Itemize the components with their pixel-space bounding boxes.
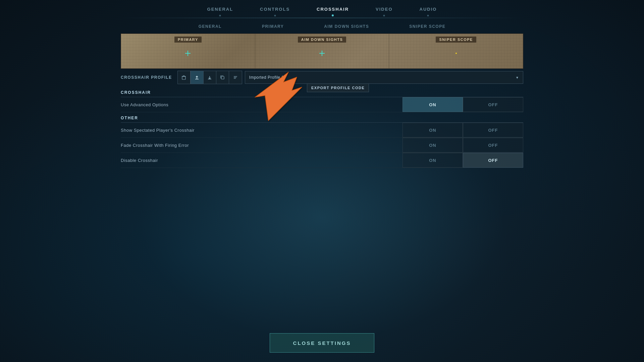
profile-dropdown-text: Imported Profile 9 — [249, 75, 284, 80]
top-nav-divider — [121, 18, 523, 18]
ads-crosshair-icon — [319, 51, 325, 56]
other-section-header: OTHER — [121, 112, 523, 123]
fade-crosshair-off[interactable]: Off — [463, 138, 523, 153]
copy-profile-button[interactable] — [216, 71, 229, 84]
disable-crosshair-on[interactable]: On — [402, 153, 463, 168]
secondary-navigation: GENERAL PRIMARY AIM DOWN SIGHTS SNIPER S… — [121, 21, 523, 32]
svg-rect-9 — [221, 76, 224, 79]
crosshair-preview-panel: PRIMARY AIM DOWN SIGHTS SNIPER SCOPE — [121, 34, 523, 69]
download-profile-button[interactable] — [204, 71, 216, 84]
disable-crosshair-off[interactable]: Off — [463, 153, 523, 168]
profile-row: Crosshair Profile — [121, 71, 523, 84]
advanced-options-on[interactable]: On — [402, 97, 463, 112]
primary-crosshair-icon — [185, 51, 191, 56]
fade-crosshair-toggle: On Off — [402, 138, 523, 153]
nav-controls[interactable]: CONTROLS — [247, 4, 303, 14]
subnav-primary[interactable]: PRIMARY — [242, 21, 304, 32]
spectated-crosshair-toggle: On Off — [402, 123, 523, 137]
profile-row-label: Crosshair Profile — [121, 75, 177, 80]
fade-crosshair-on[interactable]: On — [402, 138, 463, 153]
dropdown-arrow-icon: ▼ — [516, 76, 519, 79]
subnav-sniper-scope[interactable]: SNIPER SCOPE — [389, 21, 466, 32]
import-profile-button[interactable] — [229, 71, 242, 84]
preview-primary: PRIMARY — [121, 34, 255, 68]
sniper-crosshair-icon — [455, 53, 457, 54]
disable-crosshair-row: Disable Crosshair On Off — [121, 153, 523, 168]
advanced-options-off[interactable]: Off — [463, 97, 523, 112]
advanced-options-row: Use Advanced Options On Off — [121, 97, 523, 112]
disable-crosshair-label: Disable Crosshair — [121, 153, 402, 168]
subnav-aim-down-sights[interactable]: AIM DOWN SIGHTS — [304, 21, 389, 32]
preview-sniper: SNIPER SCOPE — [389, 34, 523, 68]
preview-ads-label: AIM DOWN SIGHTS — [298, 37, 346, 43]
settings-content: CROSSHAIR Use Advanced Options On Off OT… — [121, 87, 523, 168]
disable-crosshair-toggle: On Off — [402, 153, 523, 168]
delete-profile-button[interactable] — [178, 71, 191, 84]
nav-video[interactable]: VIDEO — [362, 4, 406, 14]
sniper-crosshair-display — [455, 53, 457, 54]
ads-crosshair-display — [319, 51, 325, 56]
spectated-crosshair-off[interactable]: Off — [463, 123, 523, 137]
preview-primary-label: PRIMARY — [174, 37, 202, 43]
spectated-crosshair-on[interactable]: On — [402, 123, 463, 137]
export-tooltip: EXPORT PROFILE CODE — [307, 83, 369, 92]
nav-general[interactable]: GENERAL — [194, 4, 247, 14]
advanced-options-label: Use Advanced Options — [121, 97, 402, 112]
nav-crosshair[interactable]: CROSSHAIR — [303, 4, 362, 14]
preview-sniper-label: SNIPER SCOPE — [436, 37, 476, 43]
top-navigation: GENERAL CONTROLS CROSSHAIR VIDEO AUDIO — [121, 0, 523, 14]
profile-button-group — [177, 71, 242, 84]
close-settings-button[interactable]: CLOSE SETTINGS — [270, 333, 374, 353]
subnav-general[interactable]: GENERAL — [178, 21, 242, 32]
upload-profile-button[interactable] — [191, 71, 204, 84]
spectated-crosshair-row: Show Spectated Player's Crosshair On Off — [121, 123, 523, 138]
preview-ads: AIM DOWN SIGHTS — [255, 34, 389, 68]
fade-crosshair-label: Fade Crosshair With Firing Error — [121, 138, 402, 153]
fade-crosshair-row: Fade Crosshair With Firing Error On Off — [121, 138, 523, 153]
profile-dropdown[interactable]: Imported Profile 9 ▼ — [245, 71, 523, 84]
spectated-crosshair-label: Show Spectated Player's Crosshair — [121, 123, 402, 137]
primary-crosshair-display — [185, 51, 191, 56]
nav-audio[interactable]: AUDIO — [406, 4, 450, 14]
svg-rect-0 — [182, 76, 185, 79]
advanced-options-toggle: On Off — [402, 97, 523, 112]
